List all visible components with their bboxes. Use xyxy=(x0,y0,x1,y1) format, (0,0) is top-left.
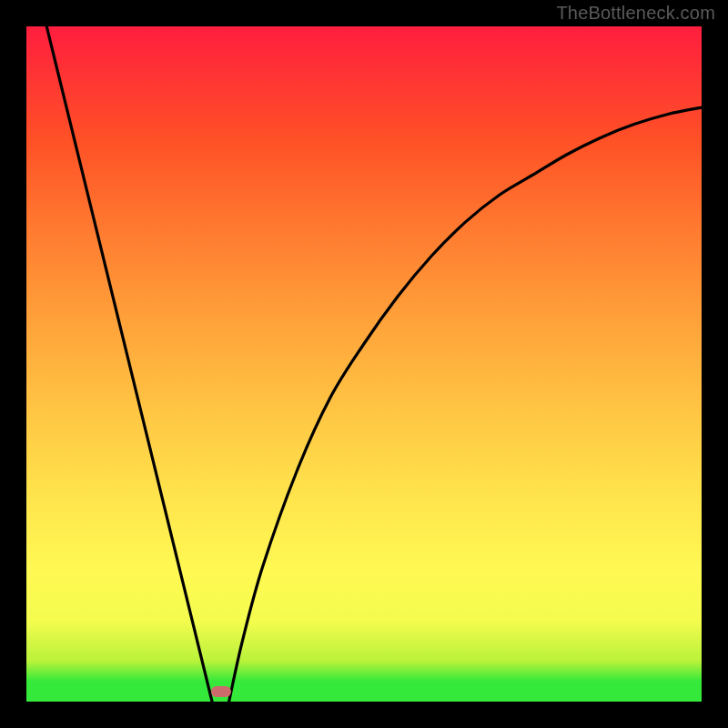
vertex-marker xyxy=(211,686,231,697)
bottleneck-curve xyxy=(26,26,702,702)
watermark-text: TheBottleneck.com xyxy=(556,3,715,24)
chart-frame: TheBottleneck.com xyxy=(0,0,728,728)
plot-area xyxy=(26,26,702,702)
